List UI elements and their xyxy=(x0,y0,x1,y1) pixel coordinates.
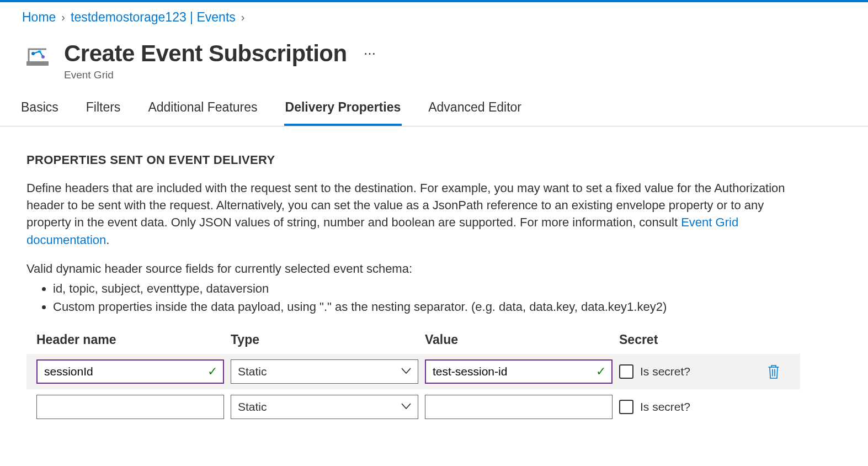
tab-basics[interactable]: Basics xyxy=(20,100,60,126)
page-header: Create Event Subscription ⋯ Event Grid xyxy=(0,25,868,81)
header-row: StaticIs secret? xyxy=(26,389,800,425)
page-title: Create Event Subscription xyxy=(64,40,347,67)
secret-cell: Is secret? xyxy=(619,364,750,379)
section-description: Define headers that are included with th… xyxy=(26,179,800,248)
header-value-field[interactable]: ✓ xyxy=(425,359,613,384)
header-name-input[interactable] xyxy=(37,395,223,419)
chevron-down-icon xyxy=(401,402,411,412)
section-title: PROPERTIES SENT ON EVENT DELIVERY xyxy=(26,153,800,167)
delete-row-button[interactable] xyxy=(757,364,790,379)
header-name-field[interactable] xyxy=(36,395,224,419)
tab-advanced-editor[interactable]: Advanced Editor xyxy=(427,100,523,126)
description-suffix: . xyxy=(106,233,109,247)
page-subtitle: Event Grid xyxy=(64,69,377,81)
valid-fields-intro: Valid dynamic header source fields for c… xyxy=(26,262,800,276)
header-value-input[interactable] xyxy=(426,361,611,383)
content: PROPERTIES SENT ON EVENT DELIVERY Define… xyxy=(0,126,833,425)
checkmark-icon: ✓ xyxy=(596,364,606,379)
event-grid-icon xyxy=(22,40,53,71)
header-type-select[interactable]: Static xyxy=(231,359,418,384)
more-actions-button[interactable]: ⋯ xyxy=(364,46,377,61)
tabs: BasicsFiltersAdditional FeaturesDelivery… xyxy=(0,81,868,126)
tab-delivery-properties[interactable]: Delivery Properties xyxy=(284,100,402,126)
checkmark-icon: ✓ xyxy=(207,364,217,379)
header-name-input[interactable] xyxy=(38,361,223,383)
header-type-value: Static xyxy=(231,400,418,414)
is-secret-checkbox[interactable] xyxy=(619,364,633,379)
valid-field-item: id, topic, subject, eventtype, dataversi… xyxy=(53,279,800,298)
breadcrumb-resource[interactable]: testdemostorage123 | Events xyxy=(71,10,236,25)
col-header-secret: Secret xyxy=(619,332,750,347)
chevron-right-icon: › xyxy=(241,11,245,24)
svg-line-5 xyxy=(40,51,43,57)
header-rows: ✓Static✓Is secret?StaticIs secret? xyxy=(26,354,800,425)
secret-cell: Is secret? xyxy=(619,400,750,414)
tab-additional-features[interactable]: Additional Features xyxy=(147,100,258,126)
valid-field-item: Custom properties inside the data payloa… xyxy=(53,298,800,316)
header-value-field[interactable] xyxy=(425,395,613,419)
tab-filters[interactable]: Filters xyxy=(85,100,122,126)
header-row: ✓Static✓Is secret? xyxy=(26,354,800,389)
breadcrumb: Home › testdemostorage123 | Events › xyxy=(0,2,868,25)
header-type-select[interactable]: Static xyxy=(231,395,418,419)
col-header-name: Header name xyxy=(36,332,224,347)
col-header-type: Type xyxy=(231,332,418,347)
header-type-value: Static xyxy=(231,365,418,378)
header-row: Header name Type Value Secret xyxy=(26,332,800,354)
chevron-right-icon: › xyxy=(61,11,65,24)
header-value-input[interactable] xyxy=(425,395,612,419)
is-secret-checkbox[interactable] xyxy=(619,400,633,414)
is-secret-label: Is secret? xyxy=(640,400,690,414)
title-block: Create Event Subscription ⋯ Event Grid xyxy=(64,40,377,81)
valid-fields-list: id, topic, subject, eventtype, dataversi… xyxy=(26,279,800,316)
page: Home › testdemostorage123 | Events › Cre… xyxy=(0,2,868,447)
is-secret-label: Is secret? xyxy=(640,365,690,378)
breadcrumb-home[interactable]: Home xyxy=(22,10,56,25)
chevron-down-icon xyxy=(401,367,411,377)
description-text: Define headers that are included with th… xyxy=(26,181,785,229)
col-header-value: Value xyxy=(425,332,613,347)
svg-rect-0 xyxy=(26,61,49,66)
header-name-field[interactable]: ✓ xyxy=(36,359,224,384)
